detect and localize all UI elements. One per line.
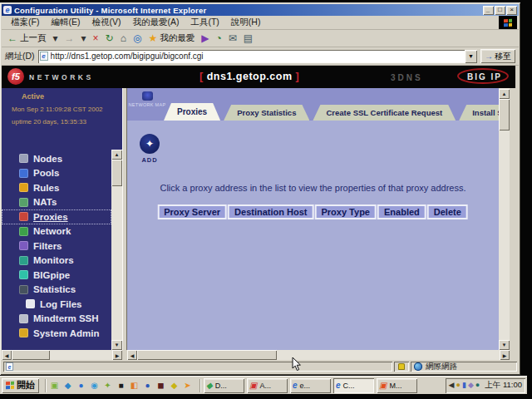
main-vertical-scrollbar[interactable]: ▲ ▼ (499, 88, 510, 350)
toolbar-button-back-dropdown[interactable]: ▾ (50, 31, 62, 46)
title-bar[interactable]: e Configuration Utility - Microsoft Inte… (2, 4, 519, 16)
quick-launch-icon-ql-5[interactable]: ✦ (102, 380, 113, 391)
scroll-right-button[interactable]: ▶ (500, 350, 510, 360)
tab-create-ssl-certificate-request[interactable]: Create SSL Certificate Request (313, 105, 456, 121)
tray-icon-tray-4[interactable]: ◆ (468, 381, 474, 390)
quick-launch-icon-ql-1[interactable]: ▣ (49, 380, 60, 391)
task-button-task-3[interactable]: e e... (290, 378, 331, 393)
scroll-thumb[interactable] (137, 350, 277, 360)
menu-item-tools[interactable]: 工具(T) (185, 16, 224, 29)
toolbar-button-icon: ★ (148, 33, 157, 43)
tray-icon-tray-1[interactable]: ◀ (449, 381, 455, 390)
scroll-up-button[interactable]: ▲ (111, 150, 122, 160)
tab-install-ssl-certif[interactable]: Install SSL Certif (459, 105, 499, 121)
sidebar-item-log-files[interactable]: Log Files (2, 297, 111, 312)
scroll-left-button[interactable]: ◀ (2, 350, 12, 360)
scroll-thumb[interactable] (499, 99, 510, 131)
quick-launch-icon-ql-11[interactable]: ➤ (182, 380, 193, 391)
product-bigip-link[interactable]: BIG IP (464, 72, 505, 81)
quick-launch-icon-ql-3[interactable]: ● (76, 380, 86, 391)
scroll-left-button[interactable]: ◀ (127, 350, 137, 360)
task-button-task-2[interactable]: ▣ A... (247, 378, 288, 393)
toolbar-button-mail[interactable]: ✉ (225, 31, 240, 46)
sidebar-item-filters[interactable]: Filters (2, 239, 111, 254)
sidebar-item-pools[interactable]: Pools (2, 166, 111, 181)
menu-item-edit[interactable]: 編輯(E) (45, 16, 86, 29)
window-control-close[interactable]: × (506, 6, 517, 15)
scroll-thumb[interactable] (12, 350, 50, 360)
sidebar-item-network[interactable]: Network (2, 224, 111, 239)
sidebar-item-icon (19, 270, 28, 279)
scroll-down-button[interactable]: ▼ (499, 340, 510, 350)
scroll-thumb[interactable] (111, 160, 122, 186)
window-title: Configuration Utility - Microsoft Intern… (14, 6, 483, 15)
tab-proxy-statistics[interactable]: Proxy Statistics (224, 105, 309, 121)
quick-launch-icon-ql-6[interactable]: ■ (116, 380, 126, 391)
toolbar-button-label: 我的最愛 (160, 32, 195, 44)
sidebar-item-mindterm-ssh[interactable]: Mindterm SSH (2, 312, 111, 327)
sidebar-vertical-scrollbar[interactable]: ▲ ▼ (111, 150, 122, 350)
toolbar-button-history[interactable]: ◔ (212, 31, 224, 46)
tray-icon-tray-5[interactable]: ● (475, 381, 480, 390)
quick-launch-icon-ql-4[interactable]: ◉ (89, 380, 100, 391)
window-control-maximize[interactable]: □ (495, 6, 505, 15)
quick-launch-icon-ql-2[interactable]: ◆ (62, 380, 73, 391)
toolbar-button-favorites[interactable]: ★ 我的最愛 (145, 31, 198, 46)
zone-label: 網際網路 (426, 362, 457, 372)
toolbar-button-icon: ✉ (229, 33, 237, 43)
sidebar-horizontal-scrollbar[interactable]: ◀ ▶ (2, 350, 122, 360)
menu-item-help[interactable]: 說明(H) (225, 16, 267, 29)
address-input[interactable] (51, 52, 465, 61)
scroll-down-button[interactable]: ▼ (111, 340, 122, 350)
scroll-right-button[interactable]: ▶ (112, 350, 122, 360)
frameset: Active Mon Sep 2 11:09:28 CST 2002 uptim… (2, 88, 515, 350)
toolbar-button-home[interactable]: ⌂ (117, 31, 130, 46)
toolbar-button-refresh[interactable]: ↻ (102, 31, 117, 46)
quick-launch-icon-ql-9[interactable]: ◼ (155, 380, 166, 391)
task-button-task-1[interactable]: ◆ D... (204, 378, 244, 393)
sidebar-item-bigpipe[interactable]: BIGpipe (2, 268, 111, 283)
window-control-minimize[interactable]: _ (483, 6, 494, 15)
taskbar-clock: 上午 11:00 (485, 380, 522, 391)
tray-icon-tray-2[interactable]: ● (456, 381, 461, 390)
network-map-button[interactable]: NETWORK MAP (130, 91, 165, 118)
main-horizontal-scrollbar[interactable]: ◀ ▶ (127, 350, 510, 360)
toolbar-button-stop[interactable]: × (90, 31, 102, 46)
sidebar-item-label: Log Files (40, 299, 81, 309)
toolbar-button-back[interactable]: ← 上一頁 (4, 31, 50, 46)
sidebar-item-nats[interactable]: NATs (2, 195, 111, 210)
sidebar-item-proxies[interactable]: Proxies (2, 209, 111, 224)
add-button[interactable]: ✦ (140, 134, 160, 154)
system-tray: ◀ ● ▮ ◆ ● 上午 11:00 (446, 378, 525, 393)
toolbar-button-media[interactable]: ▶ (198, 31, 212, 46)
start-button[interactable]: 開始 (2, 378, 39, 393)
task-button-task-4[interactable]: e C... (333, 378, 374, 393)
address-bar: 網址(D) e ▼ → 移至 (2, 47, 519, 66)
menu-item-file[interactable]: 檔案(F) (5, 16, 45, 29)
sidebar-item-system-admin[interactable]: System Admin (2, 326, 111, 341)
toolbar-button-print[interactable]: ▤ (240, 31, 256, 46)
tab-proxies[interactable]: Proxies (164, 103, 220, 121)
sidebar-item-statistics[interactable]: Statistics (2, 283, 111, 298)
go-button[interactable]: → 移至 (480, 49, 515, 63)
toolbar-button-forward-dropdown[interactable]: ▾ (78, 31, 90, 46)
quick-launch-icon-ql-8[interactable]: ● (142, 380, 153, 391)
quick-launch-icon-ql-10[interactable]: ◆ (169, 380, 180, 391)
task-button-task-5[interactable]: ▣ M... (377, 378, 417, 393)
sidebar-item-label: Mindterm SSH (33, 313, 99, 323)
sidebar-nav: Nodes Pools Rules NATs (2, 151, 111, 341)
toolbar-button-search[interactable]: ◎ (130, 31, 145, 46)
quick-launch-icon-ql-7[interactable]: ◧ (129, 380, 140, 391)
sidebar-item-icon (19, 285, 28, 294)
sidebar-item-rules[interactable]: Rules (2, 180, 111, 195)
product-3dns-link[interactable]: 3DNS (391, 73, 423, 82)
menu-item-favorites[interactable]: 我的最愛(A) (126, 16, 185, 29)
tray-icon-tray-3[interactable]: ▮ (462, 381, 466, 390)
menu-item-view[interactable]: 檢視(V) (86, 16, 126, 29)
toolbar-button-forward[interactable]: → (62, 31, 78, 46)
scroll-up-button[interactable]: ▲ (499, 89, 510, 99)
sidebar-item-nodes[interactable]: Nodes (2, 151, 111, 166)
sidebar-item-monitors[interactable]: Monitors (2, 254, 111, 268)
sidebar-item-label: Rules (33, 183, 59, 193)
address-dropdown-icon[interactable]: ▼ (465, 50, 477, 63)
